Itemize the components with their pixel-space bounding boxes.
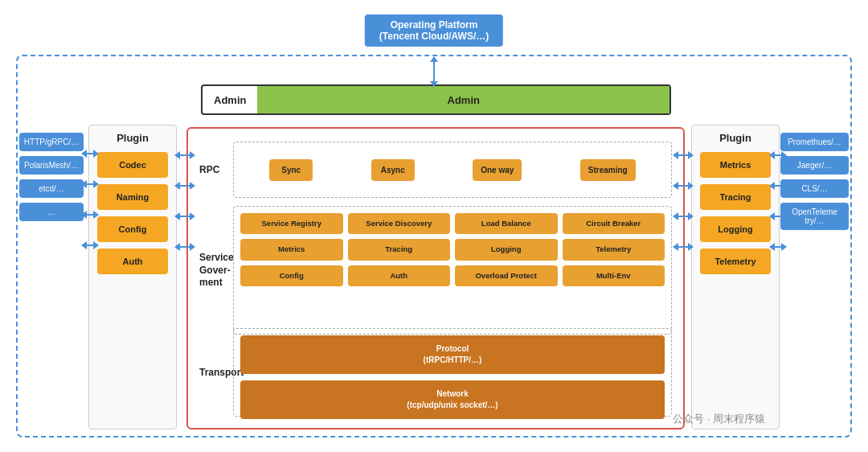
sg-row-3: Config Auth Overload Protect Multi-Env: [240, 265, 665, 286]
left-plugin-title: Plugin: [89, 125, 176, 149]
sg-service-registry: Service Registry: [240, 213, 343, 234]
inner-red-box: RPC Sync Async One way Streaming Service…: [186, 127, 685, 429]
right-plugin-item-3: Telemetry: [700, 249, 771, 274]
transport-protocol: Protocol (tRPC/HTTP/…): [240, 335, 665, 374]
watermark: 公众号 · 周末程序猿: [673, 412, 765, 426]
arrow-lp-1: [178, 185, 191, 187]
right-plugin-area: Plugin Metrics Tracing Logging Telemetry: [691, 125, 780, 429]
left-ext-item-2: etcd/…: [19, 179, 84, 198]
arrow-lp-2: [178, 216, 191, 217]
arrow-ir-3: [677, 246, 690, 248]
rpc-sync: Sync: [269, 159, 313, 181]
sg-row-1: Service Registry Service Discovery Load …: [240, 213, 665, 234]
right-external-items: Promethues/… Jaeger/… CLS/… OpenTeleme t…: [780, 133, 849, 230]
left-plugin-item-0: Codec: [97, 152, 168, 178]
sg-label: ServiceGover-ment: [199, 252, 230, 290]
rpc-content: Sync Async One way Streaming: [233, 142, 672, 198]
sg-service-discovery: Service Discovery: [348, 213, 451, 234]
right-ext-item-0: Promethues/…: [780, 133, 849, 151]
sg-row-2: Metrics Tracing Logging Telemetry: [240, 239, 665, 260]
left-plugin-item-3: Auth: [97, 249, 168, 274]
arrow-rp-1: [773, 185, 783, 187]
sg-config: Config: [240, 265, 343, 286]
arrow-lp-3: [178, 246, 191, 248]
sg-telemetry: Telemetry: [563, 239, 665, 260]
rpc-label: RPC: [199, 164, 230, 175]
arrow-h-1: [85, 183, 95, 185]
sg-multi-env: Multi-Env: [563, 265, 665, 286]
sg-section: ServiceGover-ment Service Registry Servi…: [199, 206, 672, 335]
arrow-ir-0: [677, 154, 690, 156]
left-ext-item-3: …: [19, 203, 84, 221]
left-plugin-area: Plugin Codec Naming Config Auth: [88, 125, 177, 429]
left-external-items: HTTP/gRPC/… PolarisMesh/… etcd/… …: [19, 133, 84, 221]
sg-overload-protect: Overload Protect: [455, 265, 558, 286]
sg-load-balance: Load Balance: [455, 213, 558, 234]
vertical-arrow: [433, 60, 435, 83]
rpc-async: Async: [371, 159, 415, 181]
transport-network: Network (tcp/udp/unix socket/…): [240, 380, 665, 419]
diagram-container: Operating Platform (Tencent Cloud/AWS/…)…: [8, 8, 860, 444]
left-plugin-item-2: Config: [97, 216, 168, 242]
rpc-section: RPC Sync Async One way Streaming: [199, 142, 672, 198]
left-plugin-item-1: Naming: [97, 184, 168, 210]
right-plugin-title: Plugin: [692, 125, 779, 149]
admin-bar: Admin Admin: [201, 84, 671, 115]
right-plugin-item-0: Metrics: [700, 152, 771, 178]
rpc-oneway: One way: [473, 159, 522, 181]
arrow-ir-1: [677, 185, 690, 187]
transport-protocol-label: Protocol (tRPC/HTTP/…): [424, 343, 482, 366]
arrow-lp-0: [178, 154, 191, 156]
left-plugin-items: Codec Naming Config Auth: [89, 149, 176, 277]
transport-label: Transport: [199, 367, 230, 378]
sg-tracing: Tracing: [348, 239, 451, 260]
op-platform-sublabel: (Tencent Cloud/AWS/…): [379, 31, 489, 42]
arrow-h-3: [85, 244, 95, 246]
right-plugin-item-1: Tracing: [700, 184, 771, 210]
sg-metrics: Metrics: [240, 239, 343, 260]
right-ext-item-2: CLS/…: [780, 179, 849, 198]
admin-green-bar: Admin: [257, 86, 669, 113]
transport-network-label: Network (tcp/udp/unix socket/…): [407, 388, 497, 411]
rpc-streaming: Streaming: [580, 159, 636, 181]
sg-auth: Auth: [348, 265, 451, 286]
arrow-rp-0: [773, 154, 783, 156]
sg-circuit-breaker: Circuit Breaker: [563, 213, 665, 234]
right-plugin-item-2: Logging: [700, 216, 771, 242]
arrow-ir-2: [677, 216, 690, 217]
transport-content: Protocol (tRPC/HTTP/…) Network (tcp/udp/…: [233, 328, 672, 417]
arrow-rp-2: [773, 216, 783, 217]
arrow-h-0: [85, 153, 95, 154]
sg-logging: Logging: [455, 239, 558, 260]
right-plugin-items: Metrics Tracing Logging Telemetry: [692, 149, 779, 277]
left-ext-item-1: PolarisMesh/…: [19, 156, 84, 175]
left-ext-item-0: HTTP/gRPC/…: [19, 133, 84, 151]
right-ext-item-1: Jaeger/…: [780, 156, 849, 175]
operating-platform-box: Operating Platform (Tencent Cloud/AWS/…): [365, 14, 503, 47]
op-platform-label: Operating Platform: [379, 19, 489, 31]
admin-left-label: Admin: [203, 94, 257, 106]
transport-section: Transport Protocol (tRPC/HTTP/…) Network…: [199, 328, 672, 417]
right-ext-item-3: OpenTeleme try/…: [780, 203, 849, 230]
sg-content: Service Registry Service Discovery Load …: [233, 206, 672, 335]
admin-center-label: Admin: [448, 94, 480, 106]
arrow-h-2: [85, 214, 95, 216]
arrow-rp-3: [773, 246, 783, 248]
